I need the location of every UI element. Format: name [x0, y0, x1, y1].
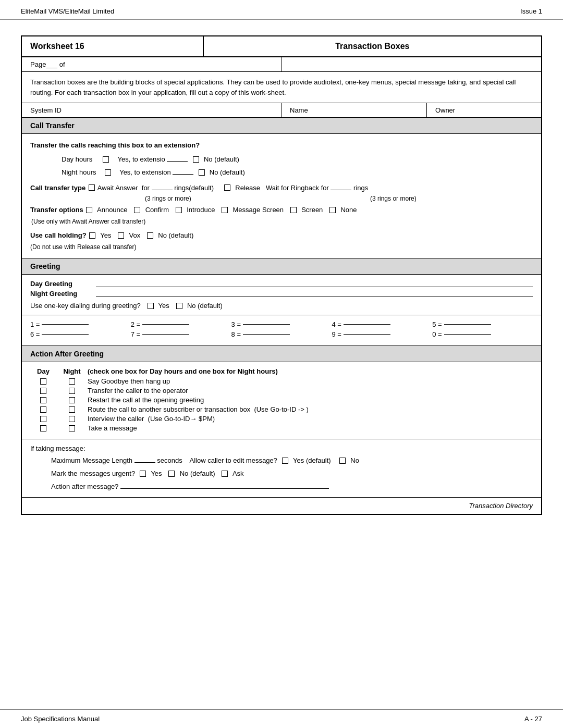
- do-not-use-note: (Do not use with Release call transfer): [30, 242, 533, 253]
- action-0-text: Say Goodbye then hang up: [88, 377, 533, 385]
- three-rings-note: (3 rings or more) (3 rings or more): [145, 195, 533, 203]
- day-hours-row: Day hours Yes, to extensio No (default): [62, 153, 533, 166]
- action-4-text: Interview the caller (Use Go-to-ID→ $PM): [88, 415, 533, 423]
- action-section: Day Night (check one box for Day hours a…: [22, 362, 541, 439]
- key-5: 5 =: [432, 320, 533, 328]
- introduce-checkbox[interactable]: [176, 207, 182, 213]
- action-3-night-checkbox[interactable]: [69, 406, 75, 413]
- key-6-label: 6 =: [30, 330, 40, 338]
- owner-label: Owner: [435, 106, 455, 114]
- no-holding-checkbox[interactable]: [147, 232, 153, 239]
- key-4: 4 =: [332, 320, 432, 328]
- urgent-no-checkbox[interactable]: [168, 471, 175, 477]
- max-message-row: Maximum Message Length seconds Allow cal…: [51, 454, 533, 467]
- night-hours-row: Night hours Yes, to extension No (defaul…: [62, 166, 533, 179]
- ringback-rings-blank: [331, 190, 351, 190]
- action-after-blank: [120, 488, 329, 489]
- key-0-blank: [444, 334, 491, 335]
- key-7: 7 =: [131, 330, 231, 338]
- transfer-type-row: Call transfer type Await Answer for ring…: [30, 181, 533, 203]
- worksheet-header-row: Worksheet 16 Transaction Boxes: [22, 36, 541, 57]
- call-transfer-header: Call Transfer: [22, 118, 541, 134]
- action-check-note: (check one box for Day hours and one box…: [88, 367, 533, 375]
- action-4-day-checkbox[interactable]: [40, 416, 46, 422]
- transaction-title: Transaction Boxes: [204, 36, 541, 56]
- page-header: EliteMail VMS/EliteMail Limited Issue 1: [0, 0, 563, 20]
- key-9-label: 9 =: [332, 330, 341, 338]
- key-8-blank: [243, 334, 290, 335]
- yes-holding-checkbox[interactable]: [89, 232, 95, 239]
- action-1-text: Transfer the caller to the operator: [88, 387, 533, 394]
- allow-edit-yes-checkbox[interactable]: [282, 458, 288, 464]
- action-2-night-checkbox[interactable]: [69, 397, 75, 403]
- transaction-directory-row: Transaction Directory: [22, 498, 541, 514]
- release-checkbox[interactable]: [224, 184, 230, 191]
- urgent-yes-checkbox[interactable]: [140, 471, 146, 477]
- main-content: Worksheet 16 Transaction Boxes Page___ o…: [0, 20, 563, 546]
- key-4-label: 4 =: [332, 320, 341, 328]
- message-details: Maximum Message Length seconds Allow cal…: [51, 454, 533, 493]
- key-1-blank: [42, 324, 89, 325]
- transfer-question: Transfer the calls reaching this box to …: [30, 141, 200, 149]
- page-footer: Job Specifications Manual A - 27: [0, 709, 563, 728]
- key-4-blank: [344, 324, 390, 325]
- key-3-label: 3 =: [231, 320, 241, 328]
- action-after-row: Action after message?: [51, 480, 533, 493]
- key-8-label: 8 =: [231, 330, 241, 338]
- action-header-row: Day Night (check one box for Day hours a…: [30, 367, 533, 375]
- key-9-blank: [344, 334, 390, 335]
- worksheet-title: Worksheet 16: [22, 36, 204, 56]
- action-4-night-checkbox[interactable]: [69, 416, 75, 422]
- use-only-await-note: (Use only with Await Answer call transfe…: [31, 216, 533, 228]
- number-grid-section: 1 = 2 = 3 = 4 = 5 =: [22, 315, 541, 346]
- key-2-label: 2 =: [131, 320, 140, 328]
- action-3-day-checkbox[interactable]: [40, 406, 46, 413]
- action-1-night-checkbox[interactable]: [69, 388, 75, 394]
- description-text: Transaction boxes are the building block…: [30, 78, 516, 96]
- screen-checkbox[interactable]: [290, 207, 297, 213]
- action-1-day-checkbox[interactable]: [40, 388, 46, 394]
- night-no-checkbox[interactable]: [199, 169, 205, 176]
- message-screen-checkbox[interactable]: [222, 207, 228, 213]
- night-hours-checkbox[interactable]: [105, 169, 111, 176]
- call-holding-row: Use call holding? Yes Vox No (default): [30, 229, 533, 241]
- key-3-blank: [243, 324, 290, 325]
- day-greeting-label: Day Greeting: [30, 280, 93, 288]
- of-label: of: [59, 60, 65, 68]
- system-id-label: System ID: [30, 106, 62, 114]
- key-5-blank: [444, 324, 491, 325]
- vox-checkbox[interactable]: [118, 232, 124, 239]
- action-0-day-checkbox[interactable]: [40, 378, 46, 385]
- no-dialing-checkbox[interactable]: [176, 303, 182, 309]
- key-6-blank: [42, 334, 89, 335]
- none-checkbox[interactable]: [329, 207, 336, 213]
- message-length-blank: [134, 462, 155, 463]
- message-section: If taking message: Maximum Message Lengt…: [22, 439, 541, 498]
- action-2-day-checkbox[interactable]: [40, 397, 46, 403]
- yes-dialing-checkbox[interactable]: [148, 303, 154, 309]
- key-1: 1 =: [30, 320, 131, 328]
- announce-checkbox[interactable]: [86, 207, 92, 213]
- action-row-5: Take a message: [30, 424, 533, 432]
- day-col-header: Day: [30, 367, 56, 375]
- day-no-checkbox[interactable]: [193, 156, 199, 163]
- number-row-bottom: 6 = 7 = 8 = 9 = 0 =: [30, 330, 533, 338]
- action-5-day-checkbox[interactable]: [40, 425, 46, 431]
- action-5-night-checkbox[interactable]: [69, 425, 75, 431]
- footer-right: A - 27: [524, 715, 542, 723]
- urgent-ask-checkbox[interactable]: [222, 471, 228, 477]
- day-hours-checkbox[interactable]: [103, 156, 109, 163]
- transfer-type-checkbox[interactable]: [89, 184, 95, 191]
- day-extension-blank: [167, 161, 188, 162]
- allow-edit-no-checkbox[interactable]: [339, 458, 346, 464]
- confirm-checkbox[interactable]: [134, 207, 140, 213]
- night-greeting-line: [96, 297, 533, 297]
- action-header: Action After Greeting: [22, 346, 541, 362]
- key-dialing-row: Use one-key dialing during greeting? Yes…: [30, 302, 533, 310]
- action-0-night-checkbox[interactable]: [69, 378, 75, 385]
- if-taking-label: If taking message:: [30, 445, 533, 452]
- action-row-4: Interview the caller (Use Go-to-ID→ $PM): [30, 415, 533, 423]
- owner-cell: Owner: [427, 103, 541, 117]
- greeting-section: Day Greeting Night Greeting Use one-key …: [22, 275, 541, 315]
- key-2-blank: [142, 324, 189, 325]
